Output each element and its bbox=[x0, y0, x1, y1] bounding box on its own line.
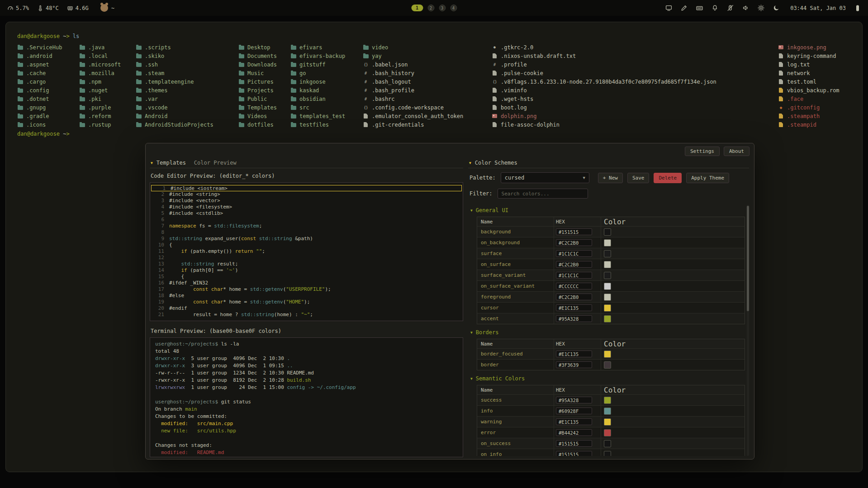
json-icon: {} bbox=[363, 62, 369, 67]
mouse-off-icon[interactable] bbox=[727, 5, 734, 11]
ls-item: testfiles bbox=[290, 120, 345, 129]
ls-item-label: Documents bbox=[247, 53, 277, 59]
hex-value[interactable]: #95A328 bbox=[556, 397, 592, 403]
color-swatch[interactable] bbox=[604, 272, 611, 279]
theme-editor-window[interactable]: Settings About ▼ TemplatesColor Preview … bbox=[145, 143, 754, 460]
hex-value[interactable]: #151515 bbox=[556, 228, 592, 235]
ls-item: network bbox=[778, 69, 840, 77]
color-picker-icon[interactable] bbox=[681, 5, 688, 11]
column-header: HEX bbox=[554, 385, 601, 394]
code-line: 5#include <cstdlib> bbox=[150, 210, 463, 217]
hex-value[interactable]: #CCCCCC bbox=[556, 283, 592, 289]
volume-icon[interactable] bbox=[742, 5, 749, 11]
section-header-borders[interactable]: ▼Borders bbox=[470, 329, 749, 336]
settings-button[interactable]: Settings bbox=[685, 147, 720, 156]
ls-item: {}.config.code-workspace bbox=[363, 103, 463, 112]
save-button[interactable]: Save bbox=[627, 173, 650, 183]
hex-value[interactable]: #95A328 bbox=[556, 315, 592, 322]
color-swatch[interactable] bbox=[604, 440, 611, 447]
hex-value[interactable]: #C2C2B0 bbox=[556, 294, 592, 300]
workspace-1[interactable]: 1 bbox=[411, 5, 423, 11]
code-line: 18#else bbox=[150, 293, 463, 299]
hex-value[interactable]: #151515 bbox=[556, 440, 592, 447]
color-swatch[interactable] bbox=[604, 304, 611, 312]
left-tabs: TemplatesColor Preview bbox=[157, 160, 237, 166]
ls-item-label: go bbox=[299, 70, 306, 76]
collapse-icon: ▼ bbox=[470, 208, 473, 213]
delete-button[interactable]: Delete bbox=[654, 173, 682, 183]
color-swatch[interactable] bbox=[604, 239, 611, 246]
screencast-icon[interactable] bbox=[665, 5, 672, 11]
ls-item: .cache bbox=[17, 69, 62, 77]
memory-icon bbox=[67, 5, 73, 11]
line-number: 14 bbox=[150, 267, 169, 274]
color-swatch[interactable] bbox=[604, 294, 611, 301]
about-button[interactable]: About bbox=[724, 147, 749, 156]
tab-templates[interactable]: Templates bbox=[157, 160, 186, 166]
night-light-icon[interactable] bbox=[773, 5, 780, 11]
ls-item: Downloads bbox=[238, 60, 277, 69]
color-swatch[interactable] bbox=[604, 250, 611, 257]
temperature-icon bbox=[37, 5, 43, 11]
color-swatch[interactable] bbox=[604, 283, 611, 290]
search-colors-input[interactable] bbox=[498, 189, 588, 199]
folder-icon bbox=[136, 45, 142, 50]
hex-value[interactable]: #1C1C1C bbox=[556, 250, 592, 257]
brightness-icon[interactable] bbox=[758, 5, 764, 11]
ls-item: .face bbox=[778, 95, 840, 103]
color-swatch[interactable] bbox=[604, 451, 611, 456]
keyboard-icon[interactable] bbox=[696, 5, 703, 11]
hex-value[interactable]: #E1C135 bbox=[556, 351, 592, 357]
color-swatch[interactable] bbox=[604, 397, 611, 404]
table-header-row: NameHEXColor bbox=[477, 385, 745, 394]
hex-value[interactable]: #B44242 bbox=[556, 429, 592, 436]
app-badge-label: ~ bbox=[111, 5, 114, 11]
color-swatch[interactable] bbox=[604, 407, 611, 415]
hex-value[interactable]: #E1C135 bbox=[556, 418, 592, 425]
workspace-4[interactable]: 4 bbox=[450, 5, 457, 11]
section-header-general-ui[interactable]: ▼General UI bbox=[470, 207, 749, 214]
color-swatch[interactable] bbox=[604, 228, 611, 236]
ls-item-label: .gnupg bbox=[26, 104, 46, 111]
json-icon: {} bbox=[492, 80, 498, 84]
color-table: NameHEXColorborder_focused#E1C135border#… bbox=[477, 339, 745, 370]
apply-theme-button[interactable]: Apply Theme bbox=[686, 173, 729, 183]
hex-value[interactable]: #60928F bbox=[556, 407, 592, 414]
color-schemes-pane: ▼ Color Schemes Palette: cursed ▼ + NewS… bbox=[468, 158, 749, 455]
scrollbar-track[interactable] bbox=[747, 205, 749, 456]
folder-icon bbox=[17, 53, 23, 58]
new-button[interactable]: + New bbox=[598, 173, 623, 183]
color-swatch[interactable] bbox=[604, 351, 611, 358]
color-swatch[interactable] bbox=[604, 361, 611, 369]
hex-value[interactable]: #C2C2B0 bbox=[556, 239, 592, 246]
palette-select[interactable]: cursed ▼ bbox=[501, 172, 589, 183]
ls-item-label: .profile bbox=[501, 62, 527, 68]
ls-item: .emulator_console_auth_token bbox=[363, 112, 463, 120]
ls-item: .config bbox=[17, 86, 62, 95]
hex-value[interactable]: #3F3639 bbox=[556, 361, 592, 368]
scrollbar-thumb[interactable] bbox=[747, 206, 749, 311]
file-icon bbox=[492, 88, 498, 93]
workspace-3[interactable]: 3 bbox=[439, 5, 446, 11]
hex-value[interactable]: #1C1C1C bbox=[556, 272, 592, 279]
tablet-device-icon[interactable] bbox=[854, 5, 861, 12]
workspace-2[interactable]: 2 bbox=[427, 5, 434, 11]
hex-value[interactable]: #151515 bbox=[556, 451, 592, 456]
hex-value[interactable]: #C2C2B0 bbox=[556, 261, 592, 268]
folder-icon bbox=[238, 114, 244, 118]
section-header-semantic-colors[interactable]: ▼Semantic Colors bbox=[470, 375, 749, 382]
ls-item-label: .config bbox=[26, 87, 49, 94]
color-swatch[interactable] bbox=[604, 261, 611, 268]
line-number: 20 bbox=[150, 305, 169, 312]
code-line: 11 if (path.empty()) return ""; bbox=[150, 248, 463, 255]
color-swatch[interactable] bbox=[604, 315, 611, 322]
file-icon bbox=[778, 71, 784, 76]
tab-color-preview[interactable]: Color Preview bbox=[194, 160, 237, 166]
color-swatch[interactable] bbox=[604, 418, 611, 426]
ls-item-label: .v8flags.13.6.233.10-node.27.9180b4da3f0… bbox=[501, 79, 716, 85]
ls-item-label: .purple bbox=[88, 104, 111, 111]
notifications-icon[interactable] bbox=[711, 5, 718, 11]
prompt-user: dan@darkgoose bbox=[17, 131, 60, 137]
color-swatch[interactable] bbox=[604, 429, 611, 436]
hex-value[interactable]: #E1C135 bbox=[556, 304, 592, 311]
